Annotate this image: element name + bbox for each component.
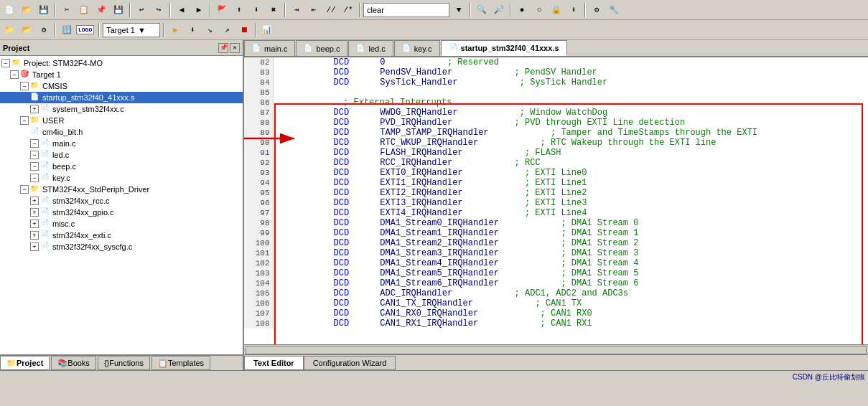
- bookmark-next-button[interactable]: ⬇: [248, 2, 264, 18]
- expand-rcc[interactable]: +: [30, 197, 39, 205]
- expand-main[interactable]: −: [30, 139, 39, 148]
- circle-button[interactable]: ●: [514, 2, 530, 18]
- tree-item-user[interactable]: − 📁 USER: [0, 115, 243, 126]
- tree-item-cm4io[interactable]: 📄 cm4io_bit.h: [0, 126, 243, 138]
- expand-key[interactable]: −: [30, 174, 39, 182]
- expand-stdperiph[interactable]: −: [20, 185, 29, 194]
- editor-tab-text[interactable]: Text Editor: [244, 356, 304, 370]
- tb2-run[interactable]: ▶: [167, 22, 183, 38]
- tab-led-c[interactable]: 📄 led.c: [348, 40, 393, 56]
- expand-system[interactable]: +: [30, 105, 39, 113]
- tb2-step2[interactable]: ↘: [202, 22, 218, 38]
- h-scrollbar[interactable]: [244, 344, 868, 354]
- editor-tab-config[interactable]: Configuration Wizard: [304, 356, 396, 370]
- sep1: [55, 3, 56, 17]
- back-button[interactable]: ◀: [174, 2, 190, 18]
- key-icon: 📄: [40, 173, 50, 183]
- expand-user[interactable]: −: [20, 116, 29, 125]
- tree-item-key[interactable]: − 📄 key.c: [0, 172, 243, 184]
- wrench-button[interactable]: 🔧: [606, 2, 622, 18]
- tree-item-rcc[interactable]: + 📄 stm32f4xx_rcc.c: [0, 195, 243, 207]
- tree-item-misc[interactable]: + 📄 misc.c: [0, 218, 243, 230]
- search2-button[interactable]: 🔎: [491, 2, 507, 18]
- tb2-2[interactable]: 📂: [19, 22, 34, 38]
- tab-startup[interactable]: 📄 startup_stm32f40_41xxx.s: [441, 40, 567, 56]
- search-dropdown-button[interactable]: ▼: [451, 2, 467, 18]
- expand-project-root[interactable]: −: [1, 59, 10, 67]
- tree-item-gpio[interactable]: + 📄 stm32f4xx_gpio.c: [0, 207, 243, 218]
- panel-close-button[interactable]: ✕: [230, 43, 240, 53]
- uncomment-button[interactable]: /*: [340, 2, 356, 18]
- tab-led-c-label: led.c: [368, 44, 385, 53]
- undo-button[interactable]: ↩: [134, 2, 149, 18]
- tb2-4[interactable]: 🔢: [59, 22, 75, 38]
- search-icon-button[interactable]: 🔍: [474, 2, 490, 18]
- tree-item-cmsis[interactable]: − 📁 CMSIS: [0, 80, 243, 92]
- line-code: DCD EXTI1_IRQHandler ; EXTI Line1: [273, 178, 868, 188]
- code-handler: WWDG_IRQHandler: [380, 108, 457, 118]
- save-button[interactable]: 💾: [36, 2, 52, 18]
- tab-templates[interactable]: 📋 Templates: [151, 356, 210, 370]
- tab-key-c[interactable]: 📄 key.c: [394, 40, 440, 56]
- new-file-button[interactable]: 📄: [1, 2, 17, 18]
- tree-item-main[interactable]: − 📄 main.c: [0, 138, 243, 149]
- expand-gpio[interactable]: +: [30, 208, 39, 217]
- unindent-button[interactable]: ⇤: [306, 2, 322, 18]
- code-editor[interactable]: 82 DCD 0 ; Reserved83 DCD PendSV_Handler…: [244, 57, 868, 344]
- circle2-button[interactable]: ○: [531, 2, 547, 18]
- expand-target1[interactable]: −: [10, 70, 19, 79]
- tree-item-led[interactable]: − 📄 led.c: [0, 149, 243, 161]
- tb2-step3[interactable]: ↗: [219, 22, 235, 38]
- line-number: 90: [244, 138, 273, 148]
- tree-item-target1[interactable]: − 🎯 Target 1: [0, 69, 243, 80]
- sep4: [210, 3, 211, 17]
- target-dropdown[interactable]: Target 1 ▼: [103, 23, 160, 37]
- tb2-step[interactable]: ⬇: [185, 22, 200, 38]
- tab-key-c-icon: 📄: [402, 44, 412, 54]
- copy-button[interactable]: 📋: [76, 2, 92, 18]
- download-button[interactable]: ⬇: [566, 2, 582, 18]
- paste-button[interactable]: 📌: [93, 2, 109, 18]
- tree-item-system[interactable]: + 📄 system_stm32f4xx.c: [0, 103, 243, 115]
- expand-beep[interactable]: −: [30, 162, 39, 171]
- tree-item-startup[interactable]: 📄 startup_stm32f40_41xxx.s: [0, 92, 243, 103]
- comment-button[interactable]: //: [323, 2, 339, 18]
- tab-beep-c[interactable]: 📄 beep.c: [296, 40, 347, 56]
- panel-pin-button[interactable]: 📌: [218, 43, 228, 53]
- code-handler: RTC_WKUP_IRQHandler: [380, 138, 478, 148]
- search-box[interactable]: clear: [363, 3, 449, 17]
- tab-main-c[interactable]: 📄 main.c: [244, 40, 295, 56]
- forward-button[interactable]: ▶: [191, 2, 207, 18]
- tree-item-exti[interactable]: + 📄 stm32f4xx_exti.c: [0, 230, 243, 241]
- tb2-logic[interactable]: 📊: [259, 22, 275, 38]
- cut-button[interactable]: ✂: [59, 2, 75, 18]
- bookmark-prev-button[interactable]: ⬆: [231, 2, 247, 18]
- expand-led[interactable]: −: [30, 151, 39, 159]
- flag-button[interactable]: 🚩: [214, 2, 230, 18]
- settings-icon-button[interactable]: ⚙: [589, 2, 605, 18]
- line-number: 108: [244, 318, 273, 329]
- tab-project[interactable]: 📁 Project: [0, 356, 50, 370]
- tb2-1[interactable]: 📁: [1, 22, 17, 38]
- tree-item-beep[interactable]: − 📄 beep.c: [0, 161, 243, 172]
- expand-exti[interactable]: +: [30, 231, 39, 240]
- logo-icon: LOGO: [76, 25, 94, 34]
- tb2-3[interactable]: ⚙: [36, 22, 52, 38]
- redo-button[interactable]: ↪: [151, 2, 167, 18]
- expand-misc[interactable]: +: [30, 219, 39, 228]
- tree-item-project-root[interactable]: − 📁 Project: STM32F4-MO: [0, 57, 243, 69]
- tb2-stop[interactable]: ⏹: [236, 22, 252, 38]
- tab-functions[interactable]: {} Functions: [98, 356, 150, 370]
- indent-button[interactable]: ⇥: [289, 2, 304, 18]
- code-handler: TAMP_STAMP_IRQHandler: [380, 128, 488, 138]
- tab-books[interactable]: 📚 Books: [51, 356, 96, 370]
- bookmark-clear-button[interactable]: ✖: [266, 2, 281, 18]
- code-row-90: 90 DCD RTC_WKUP_IRQHandler ; RTC Wakeup …: [244, 138, 868, 148]
- expand-syscfg[interactable]: +: [30, 242, 39, 251]
- expand-cmsis[interactable]: −: [20, 82, 29, 90]
- tree-item-syscfg[interactable]: + 📄 stm32f32f4xx_syscfg.c: [0, 241, 243, 252]
- save2-button[interactable]: 💾: [111, 2, 126, 18]
- lock-button[interactable]: 🔒: [549, 2, 564, 18]
- open-button[interactable]: 📂: [19, 2, 34, 18]
- tree-item-stdperiph[interactable]: − 📁 STM32F4xx_StdPeriph_Driver: [0, 184, 243, 195]
